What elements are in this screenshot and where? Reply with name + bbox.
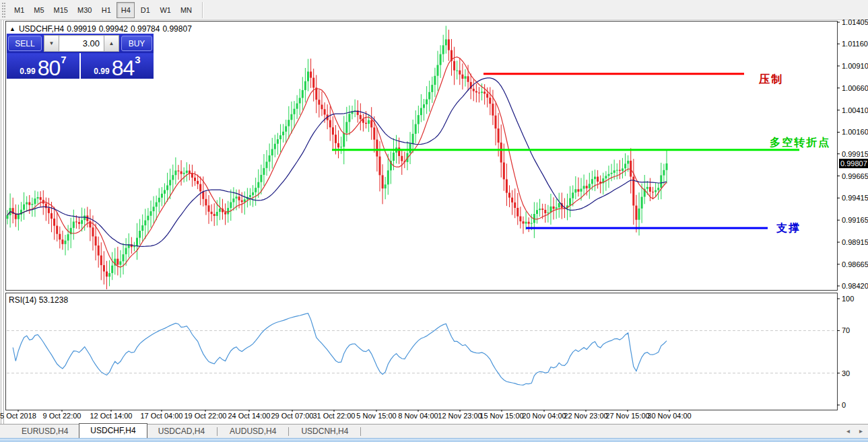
- time-axis-label: 31 Oct 22:00: [313, 412, 356, 420]
- ohlc-high: 0.99942: [99, 24, 128, 34]
- buy-price-prefix: 0.99: [94, 66, 109, 77]
- timeframe-button-m15[interactable]: M15: [50, 2, 72, 18]
- pivot-label[interactable]: 多空转折点: [770, 136, 830, 150]
- timeframe-button-m5[interactable]: M5: [30, 2, 48, 18]
- one-click-trading-panel: SELL ▼ ▲ BUY 0.99807 0.99843: [7, 34, 154, 79]
- tab-scroll-right-icon[interactable]: ▸: [859, 427, 863, 435]
- time-axis-label: 5 Oct 2018: [0, 412, 36, 420]
- rsi-axis-label: 70: [842, 326, 850, 334]
- price-axis-label: 0.99665: [842, 172, 868, 180]
- tab-audusd-h4[interactable]: AUDUSD,H4: [219, 425, 287, 439]
- buy-price-big: 84: [112, 59, 135, 77]
- rsi-axis-label: 0: [842, 401, 846, 409]
- sell-button[interactable]: SELL: [8, 36, 42, 51]
- tab-nav-arrows: ◂ ▸: [846, 427, 863, 435]
- window-left-edge: [0, 20, 5, 424]
- tab-scroll-left-icon[interactable]: ◂: [846, 427, 850, 435]
- price-axis-label: 0.98665: [842, 260, 868, 268]
- price-axis-label: 0.99415: [842, 194, 868, 202]
- ohlc-low: 0.99784: [131, 24, 160, 34]
- sell-price-pip: 7: [61, 50, 66, 70]
- window-bottom-strip: [0, 438, 868, 442]
- time-axis-label: 20 Nov 04:00: [522, 412, 566, 420]
- chart-tab-bar: EURUSD,H4 USDCHF,H4 USDCAD,H4 AUDUSD,H4 …: [0, 424, 868, 438]
- current-price-badge: 0.99807: [839, 159, 868, 168]
- timeframe-button-mn[interactable]: MN: [176, 2, 196, 18]
- trade-controls-row: SELL ▼ ▲ BUY: [7, 34, 154, 53]
- sell-price-big: 80: [38, 59, 61, 77]
- price-axis-label: 1.01160: [842, 40, 868, 48]
- time-axis-label: 24 Oct 14:00: [228, 412, 271, 420]
- resistance-label[interactable]: 压制: [759, 73, 783, 87]
- time-axis-label: 9 Oct 22:00: [43, 412, 81, 420]
- price-axis-label: 1.00410: [842, 106, 868, 114]
- mt4-chart-window: M1 M5 M15 M30 H1 H4 D1 W1 MN ▲USDCHF,H40…: [0, 0, 868, 442]
- time-axis-label: 22 Nov 23:00: [564, 412, 607, 420]
- time-axis-label: 27 Nov 15:00: [605, 412, 649, 420]
- sell-price-prefix: 0.99: [20, 66, 35, 77]
- price-axis-label: 1.00910: [842, 62, 868, 70]
- time-axis-label: 15 Nov 15:00: [479, 412, 523, 420]
- tab-separator: [217, 427, 218, 436]
- price-axis-label: 1.00660: [842, 84, 868, 92]
- time-axis-label: 12 Nov 23:00: [438, 412, 481, 420]
- time-axis-label: 30 Nov 04:00: [647, 412, 691, 420]
- price-axis-label: 0.99915: [842, 150, 868, 158]
- rsi-axis-label: 30: [842, 369, 850, 377]
- up-arrow-icon: ▲: [109, 40, 114, 46]
- price-axis-label: 1.01405: [842, 18, 868, 26]
- price-axis-label: 0.98915: [842, 238, 868, 246]
- time-axis-label: 19 Oct 22:00: [185, 412, 227, 420]
- timeframe-button-d1[interactable]: D1: [136, 2, 154, 18]
- timeframe-button-m30[interactable]: M30: [73, 2, 96, 18]
- toolbar-grip-icon[interactable]: [2, 3, 5, 17]
- rsi-indicator-panel[interactable]: [5, 293, 838, 410]
- buy-price-box[interactable]: 0.99843: [81, 53, 154, 79]
- down-arrow-icon: ▼: [49, 40, 55, 46]
- rsi-indicator-label: RSI(14) 53.1238: [9, 295, 68, 305]
- time-axis-label: 29 Oct 07:00: [271, 412, 314, 420]
- sell-price-box[interactable]: 0.99807: [7, 53, 79, 79]
- chart-header: ▲USDCHF,H40.999190.999420.997840.99807: [9, 24, 195, 34]
- timeframe-button-w1[interactable]: W1: [156, 2, 175, 18]
- price-axis-label: 1.00160: [842, 128, 868, 136]
- ohlc-close: 0.99807: [162, 24, 191, 34]
- time-axis-label: 17 Oct 04:00: [141, 412, 183, 420]
- price-axis-label: 0.98420: [842, 282, 868, 290]
- timeframe-button-m1[interactable]: M1: [10, 2, 28, 18]
- volume-stepper: ▼ ▲: [44, 35, 119, 52]
- toolbar-separator: [202, 2, 203, 18]
- tab-usdcad-h4[interactable]: USDCAD,H4: [147, 425, 215, 439]
- chart-header-arrow-icon[interactable]: ▲: [9, 26, 15, 32]
- price-axis-label: 0.99165: [842, 216, 868, 224]
- timeframe-button-h4[interactable]: H4: [116, 2, 135, 18]
- time-axis-label: 5 Nov 15:00: [356, 412, 396, 420]
- timeframe-toolbar: M1 M5 M15 M30 H1 H4 D1 W1 MN: [0, 0, 868, 20]
- chart-symbol-title: USDCHF,H4: [19, 24, 64, 34]
- volume-decrease-button[interactable]: ▼: [44, 35, 59, 52]
- support-label[interactable]: 支撑: [776, 221, 801, 235]
- tab-separator: [360, 427, 361, 436]
- buy-button[interactable]: BUY: [121, 36, 152, 51]
- rsi-axis-label: 100: [842, 295, 854, 303]
- volume-increase-button[interactable]: ▲: [104, 35, 119, 52]
- ohlc-open: 0.99919: [67, 24, 96, 34]
- time-axis-label: 12 Oct 14:00: [90, 412, 133, 420]
- timeframe-button-h1[interactable]: H1: [97, 2, 115, 18]
- tab-usdchf-h4[interactable]: USDCHF,H4: [79, 423, 147, 438]
- time-axis-label: 8 Nov 04:00: [398, 412, 438, 420]
- tab-separator: [288, 427, 289, 436]
- tab-usdcnh-h4[interactable]: USDCNH,H4: [290, 425, 359, 439]
- tab-eurusd-h4[interactable]: EURUSD,H4: [11, 425, 79, 439]
- buy-price-pip: 3: [135, 50, 140, 70]
- trade-prices-row: 0.99807 0.99843: [7, 53, 154, 79]
